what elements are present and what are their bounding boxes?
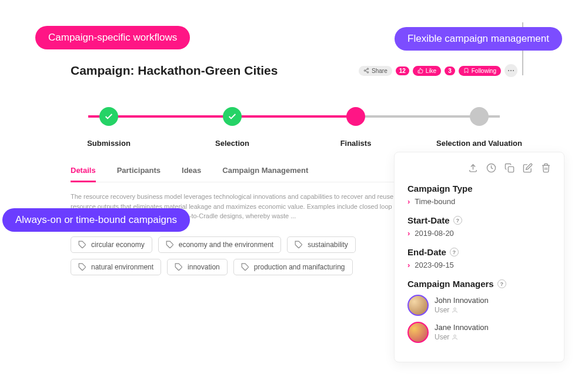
stage-valuation[interactable]: Selection and Valuation — [450, 107, 509, 148]
manager-name: John Innovation — [435, 296, 489, 305]
end-date-label: End-Date — [407, 247, 446, 257]
stage-label: Selection — [215, 139, 249, 148]
trash-icon[interactable] — [541, 163, 551, 173]
more-button[interactable]: ⋯ — [505, 64, 517, 77]
dots-icon: ⋯ — [507, 66, 515, 75]
manager-row[interactable]: John Innovation User — [407, 295, 551, 316]
help-icon[interactable]: ? — [497, 279, 506, 288]
managers-label: Campaign Managers — [407, 279, 494, 289]
manager-role: User — [435, 306, 449, 315]
tab-management[interactable]: Campaign Management — [222, 166, 308, 182]
check-icon — [104, 112, 113, 121]
thumbs-up-icon — [417, 68, 423, 74]
tab-details[interactable]: Details — [71, 166, 96, 182]
help-icon[interactable]: ? — [453, 216, 462, 225]
tag-icon — [175, 263, 183, 271]
stage-submission[interactable]: Submission — [79, 107, 138, 148]
svg-rect-13 — [508, 166, 513, 172]
chevron-right-icon: › — [407, 197, 410, 206]
workflow-progress: Submission Selection Finalists Selection… — [71, 107, 517, 148]
tag-list: circular economy economy and the environ… — [71, 236, 400, 275]
stage-label: Submission — [87, 139, 131, 148]
tab-ideas[interactable]: Ideas — [182, 166, 201, 182]
help-icon[interactable]: ? — [450, 248, 459, 256]
clock-icon[interactable] — [486, 163, 496, 173]
like-button[interactable]: Like — [413, 66, 441, 76]
tab-participants[interactable]: Participants — [117, 166, 161, 182]
tag-label: circular economy — [91, 241, 145, 249]
tag-item[interactable]: sustainability — [287, 236, 356, 253]
tag-item[interactable]: natural environment — [71, 259, 161, 275]
svg-point-2 — [367, 72, 369, 74]
share-button[interactable]: Share — [359, 66, 392, 76]
tag-icon — [78, 263, 86, 271]
tag-icon — [166, 241, 174, 249]
feature-pill-flexible: Flexible campaign management — [395, 27, 562, 51]
tag-label: economy and the environment — [179, 241, 273, 249]
share-icon — [363, 68, 369, 74]
like-label: Like — [426, 68, 436, 74]
share-label: Share — [372, 68, 387, 74]
avatar — [407, 295, 429, 316]
tag-label: natural environment — [91, 263, 153, 271]
svg-line-3 — [366, 69, 368, 71]
tag-icon — [295, 241, 303, 249]
follow-count: 3 — [445, 66, 455, 75]
start-date-label: Start-Date — [407, 215, 450, 225]
manager-role: User — [435, 333, 449, 342]
stage-finalists[interactable]: Finalists — [326, 107, 385, 148]
svg-point-1 — [364, 70, 366, 72]
svg-point-0 — [367, 68, 369, 70]
campaign-type-value: Time-bound — [415, 197, 455, 206]
like-count: 12 — [396, 66, 409, 75]
chevron-right-icon: › — [407, 261, 410, 269]
svg-line-4 — [366, 71, 368, 72]
stage-label: Finalists — [340, 139, 372, 148]
tag-label: innovation — [188, 263, 220, 271]
avatar — [407, 322, 429, 343]
svg-point-14 — [454, 308, 456, 310]
end-date-value: 2023-09-15 — [415, 261, 454, 269]
copy-icon[interactable] — [505, 163, 514, 173]
user-icon — [452, 307, 458, 314]
start-date-value: 2019-08-20 — [415, 229, 454, 238]
check-icon — [228, 112, 237, 121]
feature-pill-workflows: Campaign-specific workflows — [35, 26, 190, 49]
tag-label: sustainability — [308, 241, 348, 249]
stage-selection[interactable]: Selection — [203, 107, 262, 148]
follow-label: Following — [472, 68, 496, 74]
page-title: Campaign: Hackathon-Green Cities — [71, 64, 278, 78]
tag-item[interactable]: production and manifacturing — [233, 259, 353, 275]
tag-item[interactable]: circular economy — [71, 236, 152, 253]
chevron-right-icon: › — [407, 229, 410, 238]
campaign-info-card: Campaign Type ›Time-bound Start-Date? ›2… — [394, 152, 564, 362]
tag-item[interactable]: innovation — [167, 259, 228, 275]
user-icon — [452, 334, 458, 341]
edit-icon[interactable] — [523, 163, 533, 173]
tag-item[interactable]: economy and the environment — [158, 236, 281, 253]
campaign-type-label: Campaign Type — [407, 184, 473, 194]
svg-point-15 — [454, 335, 456, 337]
manager-row[interactable]: Jane Innovation User — [407, 322, 551, 343]
tag-label: production and manifacturing — [254, 263, 345, 271]
follow-button[interactable]: Following — [459, 66, 501, 76]
feature-pill-timebound: Always-on or time-bound campaigns — [2, 208, 190, 232]
tag-icon — [78, 241, 86, 249]
upload-icon[interactable] — [468, 163, 478, 173]
manager-name: Jane Innovation — [435, 323, 489, 332]
stage-label: Selection and Valuation — [436, 139, 522, 148]
bookmark-icon — [463, 68, 469, 74]
tag-icon — [241, 263, 249, 271]
